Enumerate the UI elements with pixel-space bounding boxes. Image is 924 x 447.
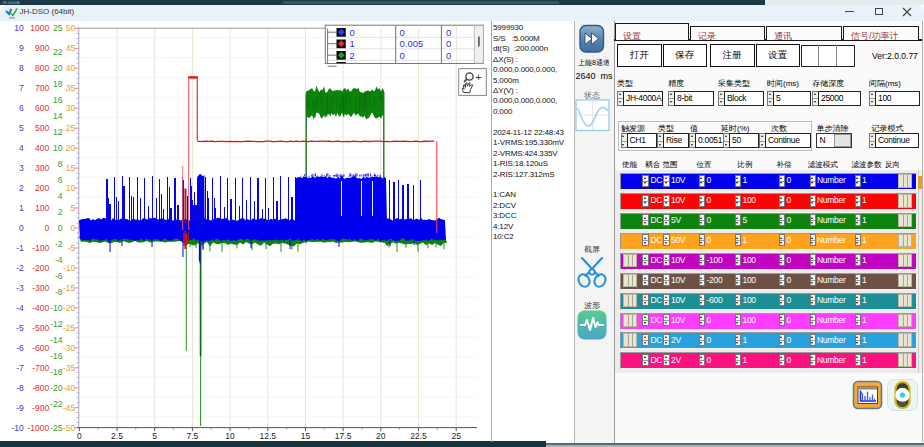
svg-text:0: 0 xyxy=(19,223,24,233)
svg-text:8: 8 xyxy=(19,63,24,73)
svg-text:-40: -40 xyxy=(63,383,76,393)
svg-text:4: 4 xyxy=(19,143,24,153)
svg-text:0: 0 xyxy=(446,38,451,49)
svg-text:-25: -25 xyxy=(63,323,76,333)
svg-text:5: 5 xyxy=(19,123,24,133)
svg-text:0.005: 0.005 xyxy=(400,38,424,49)
svg-text:-600: -600 xyxy=(32,343,49,353)
svg-text:6: 6 xyxy=(58,175,63,185)
svg-text:600: 600 xyxy=(35,103,49,113)
svg-text:2.5: 2.5 xyxy=(111,431,123,441)
svg-text:14: 14 xyxy=(53,111,63,121)
svg-text:-30: -30 xyxy=(63,343,76,353)
svg-text:-3: -3 xyxy=(16,283,24,293)
svg-text:-20: -20 xyxy=(63,303,76,313)
svg-text:-8: -8 xyxy=(55,287,63,297)
svg-text:-5: -5 xyxy=(68,243,76,253)
svg-text:20: 20 xyxy=(376,431,386,441)
svg-text:700: 700 xyxy=(35,83,49,93)
svg-text:2: 2 xyxy=(19,183,24,193)
svg-text:16: 16 xyxy=(53,95,63,105)
svg-text:-400: -400 xyxy=(32,303,49,313)
svg-text:-7: -7 xyxy=(16,363,24,373)
svg-text:-1: -1 xyxy=(16,243,24,253)
svg-text:12.5: 12.5 xyxy=(260,431,277,441)
svg-text:0: 0 xyxy=(44,223,49,233)
svg-text:-6: -6 xyxy=(55,271,63,281)
svg-text:-8: -8 xyxy=(16,383,24,393)
svg-text:-12: -12 xyxy=(50,319,63,329)
svg-text:0: 0 xyxy=(77,431,82,441)
svg-text:-10: -10 xyxy=(12,423,25,433)
svg-text:-10: -10 xyxy=(63,263,76,273)
svg-text:400: 400 xyxy=(35,143,49,153)
svg-text:200: 200 xyxy=(35,183,49,193)
svg-text:-50: -50 xyxy=(63,423,76,433)
svg-text:-22: -22 xyxy=(50,399,63,409)
svg-text:1: 1 xyxy=(19,203,24,213)
svg-text:-18: -18 xyxy=(50,367,63,377)
svg-text:22: 22 xyxy=(53,47,63,57)
svg-text:1: 1 xyxy=(350,38,355,49)
svg-text:7.5: 7.5 xyxy=(186,431,198,441)
svg-text:25: 25 xyxy=(66,123,76,133)
svg-text:5: 5 xyxy=(152,431,157,441)
svg-text:0: 0 xyxy=(446,27,451,38)
svg-text:8: 8 xyxy=(58,159,63,169)
svg-text:-5: -5 xyxy=(16,323,24,333)
svg-text:-10: -10 xyxy=(50,303,63,313)
svg-text:-15: -15 xyxy=(63,283,76,293)
svg-text:17.5: 17.5 xyxy=(335,431,352,441)
svg-text:10: 10 xyxy=(66,183,76,193)
svg-text:10: 10 xyxy=(53,143,63,153)
svg-text:45: 45 xyxy=(66,43,76,53)
svg-text:10: 10 xyxy=(225,431,235,441)
svg-text:5: 5 xyxy=(70,203,75,213)
svg-text:-1000: -1000 xyxy=(27,423,49,433)
svg-text:22.5: 22.5 xyxy=(410,431,427,441)
svg-text:0: 0 xyxy=(350,27,355,38)
svg-text:-35: -35 xyxy=(63,363,76,373)
svg-text:2: 2 xyxy=(58,207,63,217)
svg-text:20: 20 xyxy=(66,143,76,153)
svg-text:3: 3 xyxy=(19,163,24,173)
svg-text:-700: -700 xyxy=(32,363,49,373)
svg-text:-4: -4 xyxy=(16,303,24,313)
svg-text:0: 0 xyxy=(70,223,75,233)
svg-text:0: 0 xyxy=(400,27,405,38)
svg-text:15: 15 xyxy=(301,431,311,441)
svg-text:1000: 1000 xyxy=(30,23,49,33)
svg-text:30: 30 xyxy=(66,103,76,113)
svg-text:-200: -200 xyxy=(32,263,49,273)
svg-text:dso: dso xyxy=(9,16,15,20)
svg-text:25: 25 xyxy=(53,23,63,33)
svg-text:0: 0 xyxy=(446,50,451,61)
svg-text:-16: -16 xyxy=(50,351,63,361)
svg-text:10: 10 xyxy=(14,23,24,33)
svg-text:-20: -20 xyxy=(50,383,63,393)
svg-text:-14: -14 xyxy=(50,335,63,345)
svg-text:9: 9 xyxy=(19,43,24,53)
svg-text:900: 900 xyxy=(35,43,49,53)
svg-text:100: 100 xyxy=(35,203,49,213)
svg-text:12: 12 xyxy=(53,127,63,137)
svg-text:500: 500 xyxy=(35,123,49,133)
svg-text:-800: -800 xyxy=(32,383,49,393)
svg-text:40: 40 xyxy=(66,63,76,73)
svg-text:-300: -300 xyxy=(32,283,49,293)
svg-text:+: + xyxy=(475,71,481,83)
svg-text:2: 2 xyxy=(350,50,355,61)
svg-text:18: 18 xyxy=(53,79,63,89)
svg-text:-45: -45 xyxy=(63,403,76,413)
svg-text:50: 50 xyxy=(66,23,76,33)
svg-text:25: 25 xyxy=(451,431,461,441)
svg-text:800: 800 xyxy=(35,63,49,73)
svg-text:35: 35 xyxy=(66,83,76,93)
svg-text:-25: -25 xyxy=(50,423,63,433)
svg-text:-4: -4 xyxy=(55,255,63,265)
svg-text:-2: -2 xyxy=(16,263,24,273)
svg-text:-100: -100 xyxy=(32,243,49,253)
svg-text:-500: -500 xyxy=(32,323,49,333)
svg-text:-900: -900 xyxy=(32,403,49,413)
svg-text:300: 300 xyxy=(35,163,49,173)
